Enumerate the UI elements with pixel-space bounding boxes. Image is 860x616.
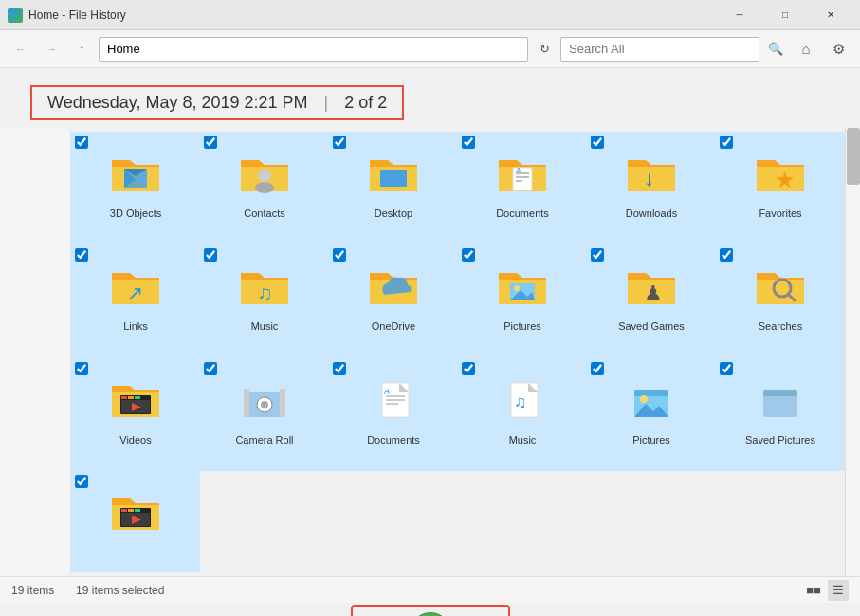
item-checkbox[interactable] (333, 248, 346, 262)
folder-cameraroll-icon (230, 364, 299, 432)
item-label: Pictures (503, 320, 541, 332)
item-checkbox[interactable] (462, 362, 475, 375)
item-label: Documents (367, 434, 420, 445)
file-grid: 3D Objects Contacts (71, 128, 845, 576)
item-checkbox[interactable] (591, 362, 604, 375)
list-item[interactable]: ★ Favorites (716, 132, 845, 245)
svg-point-46 (640, 395, 648, 403)
item-checkbox[interactable] (204, 248, 217, 262)
app-icon (8, 8, 23, 23)
item-checkbox[interactable] (75, 136, 88, 149)
item-checkbox[interactable] (720, 362, 733, 375)
file-music2-icon: ♫ (488, 364, 557, 432)
svg-rect-25 (135, 396, 140, 399)
window-controls: ─ □ ✕ (718, 0, 852, 30)
item-checkbox[interactable] (591, 248, 604, 262)
list-item[interactable]: Desktop (329, 132, 458, 245)
scrollbar[interactable] (845, 128, 860, 576)
content-area: 3D Objects Contacts (0, 128, 860, 576)
settings-button[interactable]: ⚙ (824, 36, 852, 63)
list-item[interactable]: ♫ Music (458, 358, 587, 471)
item-label: Contacts (244, 208, 284, 219)
item-label: Searches (759, 320, 802, 332)
item-checkbox[interactable] (462, 248, 475, 262)
restore-button[interactable]: ↻ (410, 612, 451, 616)
list-item[interactable]: ↓ Downloads (587, 132, 716, 245)
svg-point-5 (255, 182, 274, 193)
svg-rect-24 (128, 396, 134, 399)
folder-searches-icon (746, 250, 814, 318)
list-item[interactable]: Pictures (587, 358, 716, 471)
item-checkbox[interactable] (333, 136, 346, 149)
item-label: Desktop (375, 208, 412, 219)
list-item[interactable]: Camera Roll (200, 358, 329, 471)
home-button[interactable]: ⌂ (792, 36, 820, 63)
scroll-thumb[interactable] (847, 128, 860, 185)
list-item[interactable]: ♫ Music (200, 245, 329, 357)
file-grid-wrapper: 3D Objects Contacts (71, 128, 845, 576)
close-button[interactable]: ✕ (809, 0, 852, 30)
list-item[interactable]: OneDrive (329, 245, 458, 357)
date-separator: | (324, 93, 329, 112)
svg-text:★: ★ (775, 167, 796, 192)
svg-text:A: A (383, 387, 390, 396)
item-checkbox[interactable] (720, 248, 733, 262)
folder-contacts-icon (230, 137, 299, 206)
item-label: Saved Pictures (745, 434, 815, 445)
item-label: Camera Roll (235, 434, 293, 445)
refresh-button[interactable]: ↻ (532, 37, 557, 62)
list-item[interactable]: Searches (716, 245, 845, 357)
folder-links-icon: ↗ (101, 250, 170, 318)
maximize-button[interactable]: □ (763, 0, 807, 30)
item-checkbox[interactable] (333, 362, 346, 375)
date-header-area: Wednesday, May 8, 2019 2:21 PM | 2 of 2 (0, 68, 860, 128)
list-item[interactable] (71, 471, 200, 572)
svg-point-17 (514, 285, 520, 291)
folder-3d-icon (101, 137, 170, 206)
forward-button[interactable]: → (38, 36, 64, 63)
list-item[interactable]: A Documents (329, 358, 458, 471)
grid-view-button[interactable]: ■■ (803, 580, 824, 601)
search-input[interactable] (560, 37, 759, 62)
item-label: OneDrive (372, 320, 415, 332)
folder-favorites-icon: ★ (746, 137, 814, 206)
list-item[interactable]: Pictures (458, 245, 587, 357)
svg-text:↓: ↓ (644, 167, 654, 190)
item-checkbox[interactable] (462, 136, 475, 149)
item-checkbox[interactable] (75, 475, 88, 488)
list-item[interactable]: ↗ Links (71, 245, 200, 357)
item-checkbox[interactable] (75, 248, 88, 262)
svg-rect-51 (121, 509, 127, 512)
svg-rect-45 (634, 390, 668, 396)
item-checkbox[interactable] (204, 136, 217, 149)
svg-point-32 (261, 401, 268, 408)
list-item[interactable]: Videos (71, 358, 200, 471)
list-item[interactable]: A Documents (458, 132, 587, 245)
playback-controls-box: ◀◀ ↻ ▶▶ (351, 605, 510, 616)
item-checkbox[interactable] (75, 362, 88, 375)
svg-rect-30 (280, 389, 285, 417)
list-item[interactable]: Contacts (200, 132, 329, 245)
selected-count: 19 items selected (76, 584, 164, 597)
minimize-button[interactable]: ─ (718, 0, 761, 30)
back-button[interactable]: ← (8, 36, 34, 63)
folder-downloads-icon: ↓ (617, 137, 686, 206)
list-item[interactable]: ♟ Saved Games (587, 245, 716, 357)
svg-text:♫: ♫ (514, 392, 527, 411)
list-item[interactable]: Saved Pictures (716, 358, 845, 471)
folder-videos-icon (101, 364, 170, 432)
item-label: Music (251, 320, 279, 332)
svg-text:A: A (515, 166, 521, 174)
list-view-button[interactable]: ☰ (828, 580, 849, 601)
item-checkbox[interactable] (720, 136, 733, 149)
item-checkbox[interactable] (204, 362, 217, 375)
item-label: Pictures (632, 434, 670, 445)
svg-rect-53 (135, 509, 140, 512)
list-item[interactable]: 3D Objects (71, 132, 200, 245)
date-text: Wednesday, May 8, 2019 2:21 PM (47, 93, 308, 112)
item-checkbox[interactable] (591, 136, 604, 149)
address-input[interactable] (99, 37, 528, 62)
search-button[interactable]: 🔍 (763, 37, 788, 62)
window-title: Home - File History (28, 9, 718, 22)
up-button[interactable]: ↑ (68, 36, 95, 63)
